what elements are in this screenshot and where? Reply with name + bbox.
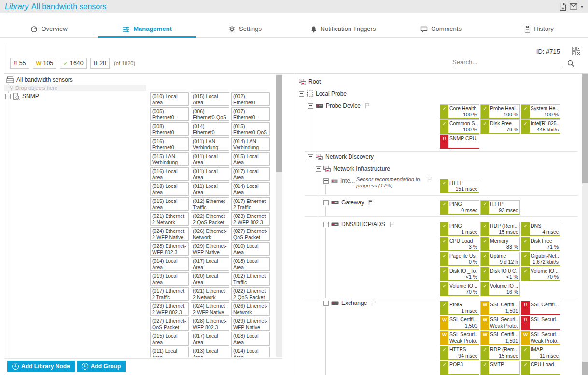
sensor-tile[interactable]: ✓Disk Free79 % <box>480 119 520 134</box>
flag-icon[interactable] <box>364 103 370 109</box>
library-sensor-tile[interactable]: (024) Ethernet 2-WFP Native <box>150 227 189 241</box>
add-library-node-button[interactable]: +Add Library Node <box>7 361 75 372</box>
library-sensor-tile[interactable]: (026) Ethernet-Network <box>191 227 229 241</box>
library-sensor-tile[interactable]: (011) LAN-Verbindung <box>191 137 229 151</box>
sensor-tile[interactable]: ✓Uptime9 d 12 h <box>480 252 520 266</box>
tab-history[interactable]: History <box>490 13 588 37</box>
left-scrollbar-thumb[interactable] <box>276 75 282 172</box>
flag-filled-icon[interactable] <box>368 200 374 205</box>
sensor-tile[interactable]: ✓HTTP93 msec <box>480 200 520 215</box>
flag-icon[interactable] <box>389 221 395 227</box>
sensor-tile[interactable]: ✓System He...100 % <box>521 104 560 119</box>
group-row-network-infrastructure[interactable]: Network Infrastructure <box>316 165 390 173</box>
library-sensor-tile[interactable]: (011) Local Area <box>150 347 189 357</box>
library-sensor-tile[interactable]: (011) Local Area <box>191 152 229 166</box>
add-report-icon[interactable] <box>560 3 566 11</box>
tab-settings[interactable]: Settings <box>196 13 294 37</box>
device-row-gateway[interactable]: Gateway <box>323 199 374 206</box>
add-group-button[interactable]: +Add Group <box>77 361 126 372</box>
sensor-tile[interactable]: ✓Disk IO 0 C:<1 % <box>480 267 520 281</box>
sensor-tile[interactable]: ✓POP3 <box>440 361 479 375</box>
sensor-tile[interactable]: WSSL Certifi...1,501 <box>480 301 520 315</box>
device-tree-root[interactable]: Root <box>299 78 321 86</box>
sensor-tile[interactable]: ✓HTTPS94 msec <box>440 346 479 360</box>
library-sensor-tile[interactable]: (015) Ethernet0-QoS Packet <box>231 122 270 136</box>
sensor-tile[interactable]: ✓Memory83 % <box>480 237 520 251</box>
library-sensor-tile[interactable]: (021) Ethernet 2-Network <box>191 287 229 301</box>
sensor-tile[interactable]: ✓CPU Load <box>521 361 560 375</box>
device-row-internet[interactable]: Inte... <box>323 177 355 185</box>
library-sensor-tile[interactable]: (014) Local Area <box>150 257 189 271</box>
sensor-tile[interactable]: ✓PING1 msec <box>440 222 479 236</box>
library-sensor-tile[interactable]: (023) Ethernet 2-WFP 802.3 <box>231 212 270 226</box>
library-sensor-tile[interactable]: (022) Ethernet 2-QoS Packet <box>191 212 229 226</box>
library-sensor-tile[interactable]: (002) Ethernet0 Traffic <box>231 92 270 106</box>
search-icon[interactable] <box>567 60 574 67</box>
search-input[interactable] <box>452 58 563 67</box>
drop-target-hint[interactable]: Drop objects here <box>4 85 146 91</box>
tab-overview[interactable]: Overview <box>0 13 98 37</box>
library-sensor-tile[interactable]: (018) Local Area <box>150 182 189 196</box>
sensor-tile[interactable]: ✓CPU Load3 % <box>440 237 479 251</box>
group-row-network-discovery[interactable]: Network Discovery <box>308 153 374 160</box>
collapse-toggle[interactable] <box>299 91 304 97</box>
library-sensor-tile[interactable]: (016) Local Area <box>150 167 189 181</box>
library-sensor-tile[interactable]: (018) Local Area <box>231 257 270 271</box>
library-sensor-tile[interactable]: (026) Ethernet-Network <box>231 302 270 316</box>
library-sensor-tile[interactable]: (017) Local Area <box>191 332 229 346</box>
right-scrollbar[interactable] <box>582 74 588 375</box>
sensor-tile[interactable]: ✓PING1 msec <box>440 301 479 315</box>
library-sensor-tile[interactable]: (012) Ethernet Traffic <box>231 272 270 286</box>
tab-management[interactable]: Management <box>98 13 196 37</box>
collapse-toggle[interactable] <box>5 94 11 99</box>
sensor-tile[interactable]: !!SSL Certifi... <box>521 301 560 315</box>
device-row-probe-device[interactable]: Probe Device <box>308 102 370 110</box>
library-sensor-tile[interactable]: (011) Local Area <box>191 167 229 181</box>
collapse-toggle[interactable] <box>323 200 329 205</box>
sensor-tile[interactable]: ✓DNS4 msec <box>521 222 560 236</box>
right-scrollbar-thumb[interactable] <box>582 74 588 183</box>
collapse-toggle[interactable] <box>308 103 313 109</box>
library-sensor-tile[interactable]: (015) Local Area <box>231 152 270 166</box>
sensor-tile[interactable]: ✓RDP (Rem...15 msec <box>480 346 520 360</box>
sensor-tile[interactable]: ✓PING0 msec <box>440 200 479 215</box>
sensor-tile[interactable]: ✓Disk IO _To...<1 % <box>440 267 479 281</box>
library-sensor-tile[interactable]: (028) Ethernet-WFP 802.3 <box>191 317 229 331</box>
library-sensor-tile[interactable]: (010) Local Area <box>231 242 270 256</box>
sensor-tile[interactable]: WSSL Securi...Weak Proto... <box>480 316 520 330</box>
library-sensor-tile[interactable]: (013) Local Area <box>191 347 229 357</box>
library-sensor-tile[interactable]: (029) Ethernet-WFP Native <box>231 317 270 331</box>
collapse-toggle[interactable] <box>316 166 321 172</box>
collapse-toggle[interactable] <box>323 222 329 227</box>
sensor-tile[interactable]: ✓Pagefile Us...0 % <box>440 252 479 266</box>
library-sensor-tile[interactable]: (015) Local Area <box>150 197 189 211</box>
library-sensor-tile[interactable]: (017) Ethernet 2 Traffic <box>231 197 270 211</box>
sensor-tile[interactable]: ✓Volume IO ...70 % <box>440 282 479 296</box>
library-sensor-tile[interactable]: (018) Local Area <box>231 332 270 346</box>
collapse-toggle[interactable] <box>308 154 313 159</box>
library-sensor-tile[interactable]: (017) Ethernet 2 Traffic <box>150 287 189 301</box>
library-sensor-tile[interactable]: (014) LAN-Verbindung-QoS <box>231 137 270 151</box>
tab-notification-triggers[interactable]: Notification Triggers <box>294 13 392 37</box>
status-badge-paused[interactable]: II20 <box>90 58 110 69</box>
left-scrollbar[interactable] <box>276 74 282 357</box>
device-row-exchange[interactable]: Exchange <box>323 299 377 307</box>
sensor-tile[interactable]: ✓Probe Heal...100 % <box>480 104 520 119</box>
sensor-tile[interactable]: ✓Core Health100 % <box>440 104 479 119</box>
library-sensor-tile[interactable]: (016) Ethernet0-WFP 802.3 <box>150 137 189 151</box>
collapse-toggle[interactable] <box>323 178 329 184</box>
library-sensor-tile[interactable]: (007) Ethernet0-WFP 802.3 <box>231 107 270 121</box>
device-tree-local-probe[interactable]: Local Probe <box>299 90 347 98</box>
sensor-tile[interactable]: !!SNMP CPU... <box>440 134 479 149</box>
status-badge-down[interactable]: !!55 <box>10 58 29 69</box>
library-sensor-tile[interactable]: (019) Local Area <box>150 272 189 286</box>
sensor-tile[interactable]: ✓IMAP11 msec <box>521 346 560 360</box>
sensor-tile[interactable]: ✓Volume IO ...16 % <box>480 282 520 296</box>
library-sensor-tile[interactable]: (023) Ethernet 2-WFP 802.3 <box>150 302 189 316</box>
sensor-tile[interactable]: ✓Gigabit-Net...1,672 kbit/s <box>521 252 560 266</box>
library-sensor-tile[interactable]: (015) Local Area <box>150 332 189 346</box>
library-sensor-tile[interactable]: (014) Local Area <box>231 347 270 357</box>
status-badge-ok[interactable]: ✓1640 <box>60 58 86 69</box>
library-sensor-tile[interactable]: (024) Ethernet 2-WFP Native <box>191 302 229 316</box>
sensor-tile[interactable]: ✓Intel[R] 825...445 kbit/s <box>521 119 560 134</box>
